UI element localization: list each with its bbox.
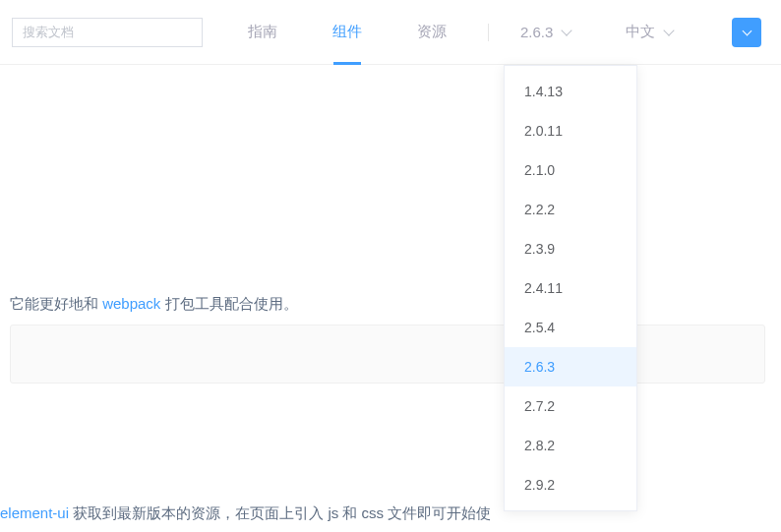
version-dropdown: 1.4.132.0.112.1.02.2.22.3.92.4.112.5.42.… xyxy=(504,65,637,511)
version-option[interactable]: 2.3.9 xyxy=(505,229,636,268)
webpack-link[interactable]: webpack xyxy=(102,295,160,312)
version-option[interactable]: 2.5.4 xyxy=(505,308,636,347)
text: 它能更好地和 xyxy=(10,295,102,312)
text: 打包工具配合使用。 xyxy=(160,295,297,312)
version-option[interactable]: 2.7.2 xyxy=(505,386,636,426)
header: 指南 组件 资源 2.6.3 中文 xyxy=(0,0,781,65)
nav-guide[interactable]: 指南 xyxy=(220,0,305,64)
text: 获取到最新版本的资源，在页面上引入 js 和 css 文件即可开始使 xyxy=(69,504,491,521)
language-select[interactable]: 中文 xyxy=(608,23,691,41)
code-block xyxy=(10,325,765,384)
chevron-down-icon xyxy=(562,25,572,35)
nav-component[interactable]: 组件 xyxy=(305,0,390,64)
element-ui-link[interactable]: element-ui xyxy=(0,504,69,521)
intro-paragraph: 它能更好地和 webpack 打包工具配合使用。 xyxy=(10,291,298,317)
version-option[interactable]: 2.8.2 xyxy=(505,426,636,465)
version-option[interactable]: 2.4.11 xyxy=(505,268,636,308)
chevron-down-icon xyxy=(664,25,675,35)
cdn-paragraph: element-ui 获取到最新版本的资源，在页面上引入 js 和 css 文件… xyxy=(0,501,491,526)
chevron-down-icon xyxy=(742,26,751,35)
nav: 指南 组件 资源 xyxy=(220,0,474,64)
language-current-label: 中文 xyxy=(626,23,655,41)
version-option[interactable]: 2.6.3 xyxy=(505,347,636,386)
theme-toggle-button[interactable] xyxy=(732,18,761,47)
nav-resource[interactable]: 资源 xyxy=(390,0,474,64)
version-option[interactable]: 2.9.2 xyxy=(505,465,636,504)
version-option[interactable]: 2.0.11 xyxy=(505,111,636,150)
search-input[interactable] xyxy=(12,18,203,47)
divider xyxy=(488,24,489,41)
version-option[interactable]: 2.2.2 xyxy=(505,190,636,229)
version-option[interactable]: 2.1.0 xyxy=(505,150,636,190)
version-option[interactable]: 1.4.13 xyxy=(505,72,636,111)
version-select[interactable]: 2.6.3 xyxy=(503,24,588,40)
version-current-label: 2.6.3 xyxy=(520,24,553,40)
